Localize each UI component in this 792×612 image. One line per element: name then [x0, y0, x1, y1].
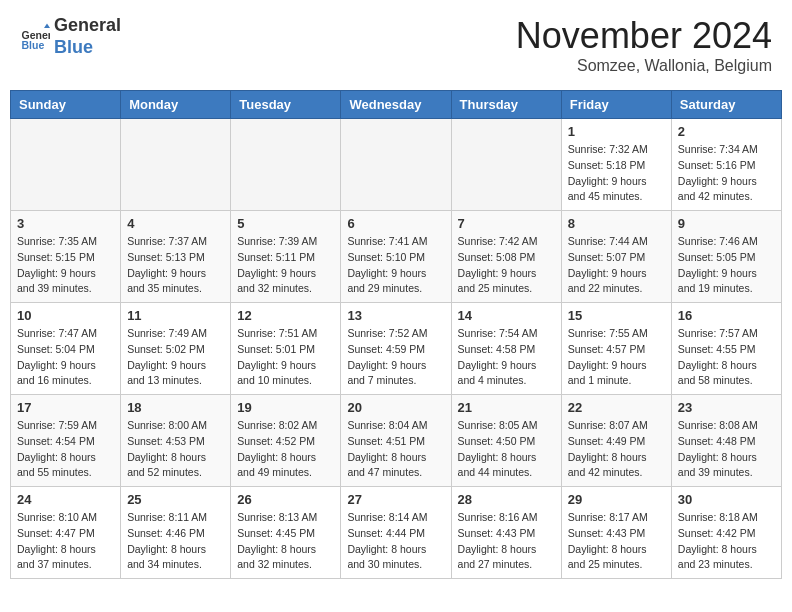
- day-number: 30: [678, 492, 775, 507]
- calendar-week-row: 10Sunrise: 7:47 AMSunset: 5:04 PMDayligh…: [11, 303, 782, 395]
- calendar-cell: 17Sunrise: 7:59 AMSunset: 4:54 PMDayligh…: [11, 395, 121, 487]
- calendar-table: SundayMondayTuesdayWednesdayThursdayFrid…: [10, 90, 782, 579]
- day-number: 1: [568, 124, 665, 139]
- logo: General Blue General Blue: [20, 15, 121, 58]
- day-number: 18: [127, 400, 224, 415]
- day-info: Sunrise: 7:44 AMSunset: 5:07 PMDaylight:…: [568, 234, 665, 297]
- day-info: Sunrise: 7:42 AMSunset: 5:08 PMDaylight:…: [458, 234, 555, 297]
- calendar-cell: 1Sunrise: 7:32 AMSunset: 5:18 PMDaylight…: [561, 119, 671, 211]
- calendar-cell: 7Sunrise: 7:42 AMSunset: 5:08 PMDaylight…: [451, 211, 561, 303]
- day-number: 15: [568, 308, 665, 323]
- day-number: 27: [347, 492, 444, 507]
- calendar-week-row: 24Sunrise: 8:10 AMSunset: 4:47 PMDayligh…: [11, 487, 782, 579]
- svg-marker-2: [44, 23, 50, 28]
- calendar-cell: 22Sunrise: 8:07 AMSunset: 4:49 PMDayligh…: [561, 395, 671, 487]
- calendar-cell: 21Sunrise: 8:05 AMSunset: 4:50 PMDayligh…: [451, 395, 561, 487]
- day-info: Sunrise: 7:34 AMSunset: 5:16 PMDaylight:…: [678, 142, 775, 205]
- calendar-cell: [451, 119, 561, 211]
- day-number: 14: [458, 308, 555, 323]
- calendar-header-wednesday: Wednesday: [341, 91, 451, 119]
- day-number: 24: [17, 492, 114, 507]
- day-number: 5: [237, 216, 334, 231]
- day-number: 29: [568, 492, 665, 507]
- day-number: 7: [458, 216, 555, 231]
- day-info: Sunrise: 8:11 AMSunset: 4:46 PMDaylight:…: [127, 510, 224, 573]
- day-info: Sunrise: 7:37 AMSunset: 5:13 PMDaylight:…: [127, 234, 224, 297]
- day-info: Sunrise: 7:47 AMSunset: 5:04 PMDaylight:…: [17, 326, 114, 389]
- day-number: 20: [347, 400, 444, 415]
- calendar-cell: 2Sunrise: 7:34 AMSunset: 5:16 PMDaylight…: [671, 119, 781, 211]
- logo-icon: General Blue: [20, 22, 50, 52]
- calendar-cell: 18Sunrise: 8:00 AMSunset: 4:53 PMDayligh…: [121, 395, 231, 487]
- day-number: 8: [568, 216, 665, 231]
- location-subtitle: Somzee, Wallonia, Belgium: [516, 57, 772, 75]
- calendar-cell: 20Sunrise: 8:04 AMSunset: 4:51 PMDayligh…: [341, 395, 451, 487]
- day-info: Sunrise: 8:16 AMSunset: 4:43 PMDaylight:…: [458, 510, 555, 573]
- calendar-week-row: 17Sunrise: 7:59 AMSunset: 4:54 PMDayligh…: [11, 395, 782, 487]
- day-info: Sunrise: 7:32 AMSunset: 5:18 PMDaylight:…: [568, 142, 665, 205]
- title-area: November 2024 Somzee, Wallonia, Belgium: [516, 15, 772, 75]
- day-info: Sunrise: 7:46 AMSunset: 5:05 PMDaylight:…: [678, 234, 775, 297]
- day-number: 4: [127, 216, 224, 231]
- day-info: Sunrise: 8:18 AMSunset: 4:42 PMDaylight:…: [678, 510, 775, 573]
- calendar-cell: [341, 119, 451, 211]
- day-number: 13: [347, 308, 444, 323]
- day-info: Sunrise: 8:14 AMSunset: 4:44 PMDaylight:…: [347, 510, 444, 573]
- day-info: Sunrise: 7:52 AMSunset: 4:59 PMDaylight:…: [347, 326, 444, 389]
- day-info: Sunrise: 7:54 AMSunset: 4:58 PMDaylight:…: [458, 326, 555, 389]
- calendar-week-row: 1Sunrise: 7:32 AMSunset: 5:18 PMDaylight…: [11, 119, 782, 211]
- day-number: 17: [17, 400, 114, 415]
- month-year-title: November 2024: [516, 15, 772, 57]
- day-info: Sunrise: 7:41 AMSunset: 5:10 PMDaylight:…: [347, 234, 444, 297]
- header: General Blue General Blue November 2024 …: [10, 10, 782, 80]
- calendar-header-saturday: Saturday: [671, 91, 781, 119]
- calendar-cell: 3Sunrise: 7:35 AMSunset: 5:15 PMDaylight…: [11, 211, 121, 303]
- calendar-cell: 14Sunrise: 7:54 AMSunset: 4:58 PMDayligh…: [451, 303, 561, 395]
- day-info: Sunrise: 8:08 AMSunset: 4:48 PMDaylight:…: [678, 418, 775, 481]
- calendar-header-sunday: Sunday: [11, 91, 121, 119]
- day-number: 3: [17, 216, 114, 231]
- day-number: 12: [237, 308, 334, 323]
- day-info: Sunrise: 7:39 AMSunset: 5:11 PMDaylight:…: [237, 234, 334, 297]
- day-number: 19: [237, 400, 334, 415]
- day-number: 21: [458, 400, 555, 415]
- calendar-cell: 29Sunrise: 8:17 AMSunset: 4:43 PMDayligh…: [561, 487, 671, 579]
- day-number: 22: [568, 400, 665, 415]
- calendar-header-monday: Monday: [121, 91, 231, 119]
- calendar-cell: 28Sunrise: 8:16 AMSunset: 4:43 PMDayligh…: [451, 487, 561, 579]
- calendar-cell: 25Sunrise: 8:11 AMSunset: 4:46 PMDayligh…: [121, 487, 231, 579]
- calendar-header-friday: Friday: [561, 91, 671, 119]
- calendar-cell: 10Sunrise: 7:47 AMSunset: 5:04 PMDayligh…: [11, 303, 121, 395]
- day-number: 23: [678, 400, 775, 415]
- calendar-cell: 23Sunrise: 8:08 AMSunset: 4:48 PMDayligh…: [671, 395, 781, 487]
- day-info: Sunrise: 7:51 AMSunset: 5:01 PMDaylight:…: [237, 326, 334, 389]
- day-number: 26: [237, 492, 334, 507]
- day-info: Sunrise: 7:59 AMSunset: 4:54 PMDaylight:…: [17, 418, 114, 481]
- calendar-cell: 27Sunrise: 8:14 AMSunset: 4:44 PMDayligh…: [341, 487, 451, 579]
- day-info: Sunrise: 7:49 AMSunset: 5:02 PMDaylight:…: [127, 326, 224, 389]
- calendar-cell: [11, 119, 121, 211]
- logo-line1: General: [54, 15, 121, 37]
- day-info: Sunrise: 8:00 AMSunset: 4:53 PMDaylight:…: [127, 418, 224, 481]
- calendar-cell: 5Sunrise: 7:39 AMSunset: 5:11 PMDaylight…: [231, 211, 341, 303]
- calendar-cell: [121, 119, 231, 211]
- calendar-cell: 9Sunrise: 7:46 AMSunset: 5:05 PMDaylight…: [671, 211, 781, 303]
- day-info: Sunrise: 8:10 AMSunset: 4:47 PMDaylight:…: [17, 510, 114, 573]
- day-info: Sunrise: 7:35 AMSunset: 5:15 PMDaylight:…: [17, 234, 114, 297]
- calendar-cell: 26Sunrise: 8:13 AMSunset: 4:45 PMDayligh…: [231, 487, 341, 579]
- day-info: Sunrise: 7:55 AMSunset: 4:57 PMDaylight:…: [568, 326, 665, 389]
- calendar-cell: 30Sunrise: 8:18 AMSunset: 4:42 PMDayligh…: [671, 487, 781, 579]
- day-number: 25: [127, 492, 224, 507]
- calendar-cell: [231, 119, 341, 211]
- day-info: Sunrise: 8:05 AMSunset: 4:50 PMDaylight:…: [458, 418, 555, 481]
- calendar-cell: 12Sunrise: 7:51 AMSunset: 5:01 PMDayligh…: [231, 303, 341, 395]
- calendar-cell: 16Sunrise: 7:57 AMSunset: 4:55 PMDayligh…: [671, 303, 781, 395]
- day-number: 10: [17, 308, 114, 323]
- logo-line2: Blue: [54, 37, 121, 59]
- svg-text:Blue: Blue: [22, 39, 45, 51]
- calendar-header-row: SundayMondayTuesdayWednesdayThursdayFrid…: [11, 91, 782, 119]
- calendar-cell: 11Sunrise: 7:49 AMSunset: 5:02 PMDayligh…: [121, 303, 231, 395]
- day-info: Sunrise: 7:57 AMSunset: 4:55 PMDaylight:…: [678, 326, 775, 389]
- day-number: 2: [678, 124, 775, 139]
- calendar-header-tuesday: Tuesday: [231, 91, 341, 119]
